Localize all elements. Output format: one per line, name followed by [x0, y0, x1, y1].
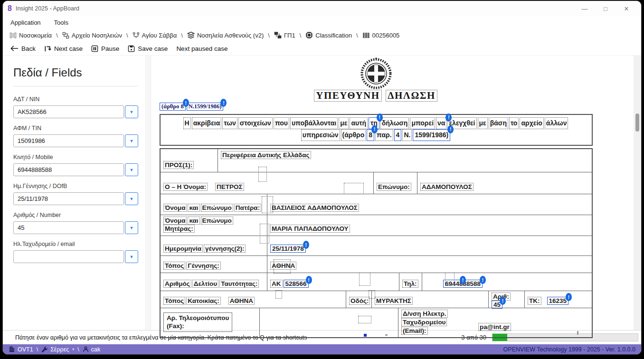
- doc-token[interactable]: Επώνυμο: [201, 217, 233, 225]
- doc-token[interactable]: Αριθμός: [163, 280, 191, 288]
- doc-token[interactable]: Ταυτότητας:: [219, 280, 259, 288]
- doc-token-flagged[interactable]: 25/11/1978!: [270, 245, 306, 253]
- dob-input[interactable]: [13, 192, 124, 205]
- doc-token-flagged[interactable]: (άρθρο 8!: [160, 103, 186, 111]
- doc-token[interactable]: δήλωση: [380, 117, 409, 129]
- doc-token-flagged[interactable]: Ν.1599/1986)!: [187, 103, 224, 111]
- doc-token[interactable]: γέννησης(2):: [204, 245, 246, 253]
- dob-dropdown-button[interactable]: ▼: [125, 192, 138, 205]
- doc-token[interactable]: υπηρεσιών: [301, 129, 340, 141]
- doc-token[interactable]: Οδός:: [349, 297, 370, 305]
- alert-badge[interactable]: !: [303, 241, 309, 249]
- doc-token[interactable]: Δελτίου: [192, 280, 219, 288]
- scrollbar-thumb[interactable]: [635, 113, 639, 132]
- doc-token[interactable]: Πατέρα:: [234, 204, 261, 212]
- doc-token[interactable]: Επώνυμο: [201, 204, 233, 212]
- doc-token[interactable]: και: [188, 204, 199, 212]
- nin-dropdown-button[interactable]: ▼: [125, 105, 138, 118]
- doc-token[interactable]: που: [274, 117, 289, 129]
- footer-user[interactable]: cak: [83, 346, 100, 353]
- doc-token[interactable]: το: [509, 117, 519, 129]
- doc-token[interactable]: Δ/νση Ηλεκτρ.: [401, 310, 448, 318]
- doc-token[interactable]: στοιχείων: [238, 117, 273, 129]
- email-dropdown-button[interactable]: ▼: [125, 250, 138, 263]
- doc-token[interactable]: Ν.: [402, 129, 412, 141]
- minimize-button[interactable]: —: [578, 5, 592, 12]
- doc-token[interactable]: Περιφέρεια Δυτικής Ελλάδας: [221, 151, 311, 159]
- close-button[interactable]: ✕: [619, 5, 634, 12]
- doc-token[interactable]: άλλων: [545, 117, 568, 129]
- menu-tools[interactable]: Tools: [54, 19, 68, 26]
- doc-token[interactable]: Επώνυμο:: [377, 183, 411, 191]
- number-dropdown-button[interactable]: ▼: [125, 221, 138, 234]
- breadcrumb-item-gp1[interactable]: ΓΠ1: [274, 31, 295, 39]
- breadcrumb-item-admission[interactable]: Νοσηλεία Ασθενούς (v2): [187, 31, 264, 39]
- doc-token[interactable]: αυτή: [350, 117, 368, 129]
- mobile-dropdown-button[interactable]: ▼: [125, 163, 138, 176]
- footer-site[interactable]: Σέρρες ▾: [41, 346, 74, 353]
- doc-token[interactable]: Όνομα: [163, 204, 187, 212]
- doc-token[interactable]: με: [478, 117, 488, 129]
- fax-label-box[interactable]: Αρ. Τηλεομοιότυπου (Fax):: [163, 312, 232, 332]
- footer-org[interactable]: OVT1: [9, 346, 33, 353]
- doc-token-flagged[interactable]: 16235!: [547, 297, 569, 305]
- doc-token[interactable]: ΑΔΑΜΟΠΟΥΛΟΣ: [420, 183, 474, 191]
- sidebar-scrollbar[interactable]: [145, 56, 151, 330]
- doc-token[interactable]: βάση: [489, 117, 508, 129]
- doc-token[interactable]: των: [222, 117, 237, 129]
- doc-token[interactable]: Γέννησης:: [186, 262, 220, 270]
- alert-badge[interactable]: !: [447, 125, 454, 133]
- doc-token-flagged[interactable]: 528566!: [284, 280, 309, 288]
- alert-badge[interactable]: !: [220, 99, 227, 107]
- pause-button[interactable]: Pause: [91, 45, 119, 52]
- doc-token[interactable]: ΒΑΣΙΛΕΙΟΣ ΑΔΑΜΟΠΟΥΛΟΣ: [270, 204, 359, 212]
- doc-token[interactable]: ΤΚ:: [528, 297, 541, 305]
- alert-badge[interactable]: !: [377, 113, 383, 122]
- doc-token[interactable]: Μητέρας:: [163, 225, 195, 233]
- doc-token[interactable]: ΔΗΛΩΣΗ: [386, 90, 437, 102]
- nin-input[interactable]: [13, 105, 124, 118]
- doc-token[interactable]: ΠΕΤΡΟΣ: [215, 183, 244, 191]
- doc-token[interactable]: ΜΑΡΙΑ ΠΑΠΑΔΟΠΟΥΛΟΥ: [270, 225, 350, 233]
- doc-token[interactable]: (άρθρο: [341, 129, 366, 141]
- alert-badge[interactable]: !: [460, 276, 466, 284]
- doc-token[interactable]: (Email):: [401, 327, 428, 335]
- number-input[interactable]: [13, 221, 124, 234]
- doc-token[interactable]: αρχείο: [520, 117, 543, 129]
- back-button[interactable]: Back: [10, 45, 36, 52]
- doc-token-flagged[interactable]: 8!: [367, 129, 374, 141]
- doc-token[interactable]: Ταχυδρομείου: [401, 318, 447, 326]
- doc-token[interactable]: ΑΘΗΝΑ: [228, 297, 255, 305]
- doc-token[interactable]: υποβάλλονται: [290, 117, 338, 129]
- breadcrumb-item-case-number[interactable]: 00256005: [362, 32, 400, 39]
- alert-badge[interactable]: !: [566, 293, 572, 301]
- doc-token[interactable]: ακρίβεια: [192, 117, 222, 129]
- doc-token[interactable]: μπορεί: [410, 117, 435, 129]
- maximize-button[interactable]: □: [598, 5, 613, 12]
- doc-token[interactable]: Τηλ:: [402, 280, 418, 288]
- mobile-input[interactable]: [13, 163, 124, 176]
- doc-token[interactable]: να: [436, 117, 446, 129]
- alert-badge[interactable]: !: [445, 113, 452, 122]
- menu-application[interactable]: Application: [10, 19, 41, 26]
- save-case-button[interactable]: Save case: [128, 45, 168, 52]
- doc-token[interactable]: Ο – Η Όνομα:: [163, 183, 208, 191]
- doc-token[interactable]: Τόπος: [163, 297, 185, 305]
- doc-token[interactable]: με: [339, 117, 349, 129]
- alert-badge[interactable]: !: [306, 276, 312, 284]
- doc-token[interactable]: παρ.: [375, 129, 393, 141]
- tin-input[interactable]: [13, 134, 124, 147]
- doc-token[interactable]: ΥΠΕΥΘΥΝΗ: [314, 90, 381, 102]
- breadcrumb-item-classification[interactable]: Classification: [305, 31, 352, 39]
- breadcrumb-item-hospitals[interactable]: Νοσοκομεία: [9, 32, 52, 39]
- alert-badge[interactable]: !: [183, 99, 189, 107]
- alert-badge[interactable]: !: [500, 297, 506, 305]
- doc-token[interactable]: ΠΡΟΣ(1):: [163, 161, 194, 169]
- doc-token[interactable]: και: [188, 217, 199, 225]
- document-scrollbar[interactable]: [634, 56, 641, 330]
- doc-token[interactable]: Κατοικίας:: [186, 297, 220, 305]
- alert-badge[interactable]: !: [480, 276, 486, 284]
- doc-token[interactable]: Η: [183, 117, 191, 129]
- doc-token[interactable]: ΜΥΡΑΚΤΗΣ: [375, 297, 413, 305]
- doc-token[interactable]: ΑΚ: [270, 280, 283, 288]
